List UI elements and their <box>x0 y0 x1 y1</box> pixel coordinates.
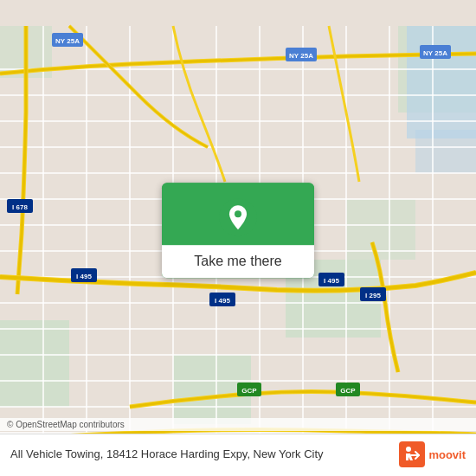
map-container: NY 25A NY 25A NY 25A I 678 I 495 I 495 I… <box>0 0 476 476</box>
svg-rect-2 <box>0 320 69 407</box>
center-card: Take me there <box>162 183 314 278</box>
location-pin-icon <box>219 198 257 236</box>
svg-text:NY 25A: NY 25A <box>289 52 313 60</box>
svg-text:I 495: I 495 <box>215 297 230 305</box>
moovit-icon <box>399 441 425 467</box>
svg-text:GCP: GCP <box>241 387 257 395</box>
svg-text:I 295: I 295 <box>365 292 381 299</box>
svg-text:GCP: GCP <box>340 387 356 395</box>
address-text: All Vehicle Towing, 18412 Horace Harding… <box>10 447 399 462</box>
info-bar: All Vehicle Towing, 18412 Horace Harding… <box>0 434 476 476</box>
svg-text:I 678: I 678 <box>12 203 28 211</box>
copyright-bar: © OpenStreetMap contributors <box>0 418 476 431</box>
svg-text:I 495: I 495 <box>76 273 92 280</box>
svg-rect-8 <box>415 130 476 173</box>
svg-text:I 495: I 495 <box>324 277 339 285</box>
svg-point-59 <box>235 210 241 217</box>
moovit-logo: moovit <box>399 441 466 467</box>
svg-text:NY 25A: NY 25A <box>55 37 80 45</box>
copyright-text: © OpenStreetMap contributors <box>7 420 125 429</box>
svg-text:NY 25A: NY 25A <box>423 49 447 57</box>
moovit-brand-text: moovit <box>428 448 466 461</box>
button-icon-area <box>162 183 314 245</box>
take-me-there-button[interactable]: Take me there <box>162 183 314 278</box>
svg-point-61 <box>406 447 411 452</box>
button-label: Take me there <box>162 245 314 278</box>
